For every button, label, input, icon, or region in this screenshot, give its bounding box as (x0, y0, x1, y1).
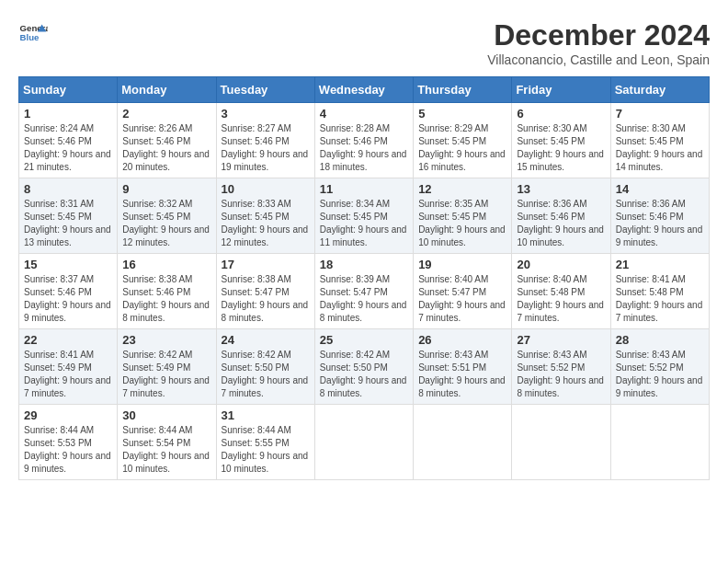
calendar-table: SundayMondayTuesdayWednesdayThursdayFrid… (18, 76, 710, 480)
day-number: 14 (616, 182, 704, 196)
day-number: 7 (616, 107, 704, 121)
day-info: Sunrise: 8:24 AMSunset: 5:46 PMDaylight:… (24, 123, 111, 172)
col-header-tuesday: Tuesday (216, 77, 314, 103)
calendar-week-3: 15 Sunrise: 8:37 AMSunset: 5:46 PMDaylig… (19, 254, 710, 329)
day-info: Sunrise: 8:44 AMSunset: 5:54 PMDaylight:… (122, 425, 210, 474)
col-header-thursday: Thursday (414, 77, 512, 103)
calendar-day-7: 7 Sunrise: 8:30 AMSunset: 5:45 PMDayligh… (610, 103, 709, 178)
day-info: Sunrise: 8:31 AMSunset: 5:45 PMDaylight:… (24, 199, 111, 247)
calendar-day-6: 6 Sunrise: 8:30 AMSunset: 5:45 PMDayligh… (512, 103, 610, 178)
day-number: 11 (320, 182, 408, 196)
day-number: 26 (418, 333, 506, 347)
day-info: Sunrise: 8:41 AMSunset: 5:49 PMDaylight:… (24, 350, 111, 398)
day-info: Sunrise: 8:40 AMSunset: 5:48 PMDaylight:… (517, 274, 604, 323)
day-info: Sunrise: 8:41 AMSunset: 5:48 PMDaylight:… (616, 274, 703, 323)
day-info: Sunrise: 8:26 AMSunset: 5:46 PMDaylight:… (122, 123, 210, 172)
col-header-wednesday: Wednesday (314, 77, 413, 103)
day-info: Sunrise: 8:35 AMSunset: 5:45 PMDaylight:… (418, 199, 506, 247)
calendar-day-19: 19 Sunrise: 8:40 AMSunset: 5:47 PMDaylig… (414, 254, 512, 329)
calendar-day-18: 18 Sunrise: 8:39 AMSunset: 5:47 PMDaylig… (314, 254, 413, 329)
calendar-day-16: 16 Sunrise: 8:38 AMSunset: 5:46 PMDaylig… (118, 254, 216, 329)
day-number: 8 (24, 182, 112, 196)
calendar-day-27: 27 Sunrise: 8:43 AMSunset: 5:52 PMDaylig… (512, 329, 610, 405)
day-number: 2 (122, 107, 210, 121)
day-info: Sunrise: 8:37 AMSunset: 5:46 PMDaylight:… (24, 274, 111, 323)
calendar-day-8: 8 Sunrise: 8:31 AMSunset: 5:45 PMDayligh… (19, 178, 118, 254)
day-number: 4 (320, 107, 408, 121)
day-number: 16 (122, 258, 210, 271)
day-number: 12 (418, 182, 506, 196)
calendar-day-10: 10 Sunrise: 8:33 AMSunset: 5:45 PMDaylig… (216, 178, 314, 254)
col-header-monday: Monday (118, 77, 216, 103)
day-number: 24 (222, 333, 310, 347)
day-info: Sunrise: 8:44 AMSunset: 5:53 PMDaylight:… (24, 425, 111, 474)
day-info: Sunrise: 8:43 AMSunset: 5:51 PMDaylight:… (418, 350, 506, 398)
calendar-day-15: 15 Sunrise: 8:37 AMSunset: 5:46 PMDaylig… (19, 254, 118, 329)
day-info: Sunrise: 8:30 AMSunset: 5:45 PMDaylight:… (616, 123, 703, 172)
day-info: Sunrise: 8:34 AMSunset: 5:45 PMDaylight:… (320, 199, 407, 247)
day-info: Sunrise: 8:36 AMSunset: 5:46 PMDaylight:… (517, 199, 604, 247)
calendar-week-2: 8 Sunrise: 8:31 AMSunset: 5:45 PMDayligh… (19, 178, 710, 254)
day-info: Sunrise: 8:38 AMSunset: 5:46 PMDaylight:… (122, 274, 210, 323)
day-info: Sunrise: 8:30 AMSunset: 5:45 PMDaylight:… (517, 123, 604, 172)
calendar-week-5: 29 Sunrise: 8:44 AMSunset: 5:53 PMDaylig… (19, 405, 710, 480)
day-number: 9 (122, 182, 210, 196)
day-number: 29 (24, 408, 112, 422)
day-number: 31 (222, 408, 310, 422)
day-number: 27 (517, 333, 605, 347)
calendar-week-1: 1 Sunrise: 8:24 AMSunset: 5:46 PMDayligh… (19, 103, 710, 178)
calendar-day-22: 22 Sunrise: 8:41 AMSunset: 5:49 PMDaylig… (19, 329, 118, 405)
calendar-day-21: 21 Sunrise: 8:41 AMSunset: 5:48 PMDaylig… (610, 254, 709, 329)
empty-cell (610, 405, 709, 480)
calendar-day-24: 24 Sunrise: 8:42 AMSunset: 5:50 PMDaylig… (216, 329, 314, 405)
calendar-header: SundayMondayTuesdayWednesdayThursdayFrid… (19, 77, 710, 103)
calendar-day-28: 28 Sunrise: 8:43 AMSunset: 5:52 PMDaylig… (610, 329, 709, 405)
day-info: Sunrise: 8:29 AMSunset: 5:45 PMDaylight:… (418, 123, 506, 172)
day-number: 19 (418, 258, 506, 271)
day-info: Sunrise: 8:33 AMSunset: 5:45 PMDaylight:… (222, 199, 309, 247)
calendar-day-2: 2 Sunrise: 8:26 AMSunset: 5:46 PMDayligh… (118, 103, 216, 178)
logo-icon: General Blue (18, 18, 48, 48)
empty-cell (314, 405, 413, 480)
calendar-day-26: 26 Sunrise: 8:43 AMSunset: 5:51 PMDaylig… (414, 329, 512, 405)
calendar-day-12: 12 Sunrise: 8:35 AMSunset: 5:45 PMDaylig… (414, 178, 512, 254)
calendar-day-3: 3 Sunrise: 8:27 AMSunset: 5:46 PMDayligh… (216, 103, 314, 178)
calendar-week-4: 22 Sunrise: 8:41 AMSunset: 5:49 PMDaylig… (19, 329, 710, 405)
col-header-sunday: Sunday (19, 77, 118, 103)
day-number: 15 (24, 258, 112, 271)
calendar-day-25: 25 Sunrise: 8:42 AMSunset: 5:50 PMDaylig… (314, 329, 413, 405)
day-info: Sunrise: 8:27 AMSunset: 5:46 PMDaylight:… (222, 123, 309, 172)
empty-cell (512, 405, 610, 480)
calendar-day-20: 20 Sunrise: 8:40 AMSunset: 5:48 PMDaylig… (512, 254, 610, 329)
day-info: Sunrise: 8:32 AMSunset: 5:45 PMDaylight:… (122, 199, 210, 247)
day-info: Sunrise: 8:28 AMSunset: 5:46 PMDaylight:… (320, 123, 407, 172)
day-number: 23 (122, 333, 210, 347)
day-number: 28 (616, 333, 704, 347)
day-info: Sunrise: 8:43 AMSunset: 5:52 PMDaylight:… (616, 350, 703, 398)
day-number: 3 (222, 107, 310, 121)
day-info: Sunrise: 8:39 AMSunset: 5:47 PMDaylight:… (320, 274, 407, 323)
calendar-day-4: 4 Sunrise: 8:28 AMSunset: 5:46 PMDayligh… (314, 103, 413, 178)
day-info: Sunrise: 8:38 AMSunset: 5:47 PMDaylight:… (222, 274, 309, 323)
day-number: 10 (222, 182, 310, 196)
day-number: 6 (517, 107, 605, 121)
page-header: General Blue December 2024 Villaconancio… (18, 18, 710, 67)
day-number: 18 (320, 258, 408, 271)
calendar-day-30: 30 Sunrise: 8:44 AMSunset: 5:54 PMDaylig… (118, 405, 216, 480)
col-header-friday: Friday (512, 77, 610, 103)
day-number: 5 (418, 107, 506, 121)
day-number: 1 (24, 107, 112, 121)
day-info: Sunrise: 8:42 AMSunset: 5:50 PMDaylight:… (222, 350, 309, 398)
day-number: 21 (616, 258, 704, 271)
logo: General Blue (18, 18, 48, 48)
calendar-day-1: 1 Sunrise: 8:24 AMSunset: 5:46 PMDayligh… (19, 103, 118, 178)
svg-text:Blue: Blue (20, 32, 40, 42)
calendar-day-14: 14 Sunrise: 8:36 AMSunset: 5:46 PMDaylig… (610, 178, 709, 254)
day-info: Sunrise: 8:44 AMSunset: 5:55 PMDaylight:… (222, 425, 309, 474)
title-block: December 2024 Villaconancio, Castille an… (487, 18, 710, 67)
day-info: Sunrise: 8:43 AMSunset: 5:52 PMDaylight:… (517, 350, 604, 398)
location: Villaconancio, Castille and Leon, Spain (487, 52, 710, 67)
day-info: Sunrise: 8:40 AMSunset: 5:47 PMDaylight:… (418, 274, 506, 323)
day-info: Sunrise: 8:36 AMSunset: 5:46 PMDaylight:… (616, 199, 703, 247)
calendar-day-29: 29 Sunrise: 8:44 AMSunset: 5:53 PMDaylig… (19, 405, 118, 480)
